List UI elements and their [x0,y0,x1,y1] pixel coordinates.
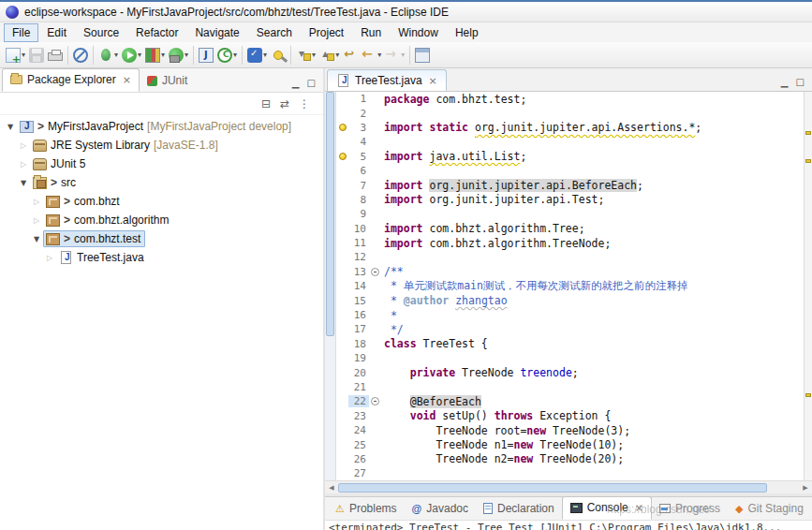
vertical-scroll-thumb[interactable] [326,92,334,336]
external-tools-button[interactable]: ▾ [167,44,190,66]
editor-vertical-scrollbar[interactable] [325,92,336,480]
scroll-left-icon[interactable]: ◀ [325,484,338,492]
collapse-all-button[interactable]: ⊟ [261,97,271,110]
expanded-arrow-icon[interactable]: ▼ [17,179,30,187]
open-task-button[interactable]: ▾ [245,44,269,66]
code-line[interactable]: 10import com.bhzt.algorithm.Tree; [336,222,804,236]
code-line[interactable]: 2 [336,106,804,120]
code-line[interactable]: 27 [336,466,804,480]
code-line[interactable]: 19 [336,351,804,365]
maximize-editor-button[interactable]: □ [796,77,805,87]
menu-file[interactable]: File [4,23,38,42]
coverage-button[interactable]: ▾ [143,44,167,66]
next-annotation-button[interactable]: ▾ [294,44,317,66]
console-content[interactable]: <terminated> TreeTest - Tree Test [JUnit… [325,521,812,530]
link-with-editor-button[interactable]: ⇄ [280,97,289,110]
tree-item-jre-system-library[interactable]: ▷JRE System Library [JavaSE-1.8] [0,136,323,155]
menu-refactor[interactable]: Refactor [127,23,186,42]
code-line[interactable]: 3import static org.junit.jupiter.api.Ass… [336,121,804,135]
code-line[interactable]: 1package com.bhzt.test; [336,92,804,106]
tree-item-treetest-java[interactable]: ▷TreeTest.java [0,248,323,267]
collapsed-arrow-icon[interactable]: ▷ [43,254,56,262]
print-button[interactable] [46,44,65,66]
code-line[interactable]: 14 * 单元测试款main测试，不用每次测试新的就把之前的注释掉 [336,279,804,293]
code-line[interactable]: 9 [336,207,804,221]
view-menu-button[interactable]: ⋮ [299,97,310,110]
code-line[interactable]: 17 */ [336,322,804,336]
new-wizard-button[interactable]: ▾ [4,44,27,66]
editor-horizontal-scrollbar[interactable]: ◀ ▶ [325,480,812,493]
tab-declaration[interactable]: Declaration [476,498,562,520]
code-line[interactable]: 15 * @author zhangtao [336,293,804,307]
collapsed-arrow-icon[interactable]: ▷ [30,216,43,225]
fold-collapse-icon[interactable] [371,268,379,276]
tab-package-explorer[interactable]: Package Explorer × [2,68,140,92]
maximize-view-button[interactable]: □ [307,78,316,88]
tab-console[interactable]: Console× [562,496,652,520]
code-line[interactable]: 12 [336,250,804,264]
code-line[interactable]: 20 private TreeNode treenode; [336,365,804,379]
code-line[interactable]: 24 TreeNode root=new TreeNode(3); [336,423,804,437]
tab-problems[interactable]: ⚠Problems [328,498,405,520]
tab-progress[interactable]: Progress [652,498,728,520]
new-java-project-button[interactable] [197,44,215,66]
last-edit-location-button[interactable] [341,44,360,66]
code-line[interactable]: 5import java.util.List; [336,150,804,164]
code-line[interactable]: 18class TreeTest { [336,337,804,351]
back-button[interactable]: ▾ [360,44,383,66]
menu-edit[interactable]: Edit [38,23,75,42]
menu-source[interactable]: Source [75,23,127,42]
close-icon[interactable]: × [123,74,131,86]
debug-button[interactable]: ▾ [96,44,120,66]
save-button[interactable] [27,44,46,66]
code-line[interactable]: 13/** [336,265,804,279]
overview-ruler[interactable] [804,92,812,480]
code-line[interactable]: 7import org.junit.jupiter.api.BeforeEach… [336,178,804,192]
code-lines[interactable]: 1package com.bhzt.test;23import static o… [336,92,804,480]
horizontal-scroll-thumb[interactable] [338,483,767,493]
menu-window[interactable]: Window [390,23,447,42]
close-icon[interactable]: × [429,75,437,87]
menu-project[interactable]: Project [301,23,352,42]
collapsed-arrow-icon[interactable]: ▷ [17,141,30,150]
tab-javadoc[interactable]: @Javadoc [405,498,476,520]
code-line[interactable]: 4 [336,135,804,149]
minimize-editor-button[interactable]: ▁ [781,77,789,87]
collapsed-arrow-icon[interactable]: ▷ [17,160,30,169]
previous-annotation-button[interactable]: ▾ [317,44,341,66]
code-line[interactable]: 21 [336,380,804,394]
menu-search[interactable]: Search [248,23,301,42]
annotation-mark[interactable] [805,393,811,397]
menu-navigate[interactable]: Navigate [186,23,247,42]
new-java-class-button[interactable]: ▾ [215,44,239,66]
forward-button[interactable]: ▾ [383,44,406,66]
code-line[interactable]: 23 void setUp() throws Exception { [336,409,804,423]
skip-all-breakpoints-button[interactable] [71,44,90,66]
menu-run[interactable]: Run [352,23,390,42]
open-perspective-button[interactable] [413,44,432,66]
tree-item-myfirstjavaproject[interactable]: ▼>MyFirstJavaProject [MyFirstJavaProject… [0,117,323,136]
scroll-right-icon[interactable]: ▶ [799,484,812,492]
annotation-mark[interactable] [805,131,811,135]
tree-item-src[interactable]: ▼>src [0,173,323,192]
horizontal-scroll-track[interactable] [338,482,799,493]
tree-item-com-bhzt-test[interactable]: ▼>com.bhzt.test [0,229,323,248]
code-line[interactable]: 26 TreeNode n2=new TreeNode(20); [336,452,804,466]
code-line[interactable]: 6 [336,164,804,178]
run-button[interactable]: ▾ [120,44,143,66]
code-line[interactable]: 8import org.junit.jupiter.api.Test; [336,193,804,207]
tab-git-staging[interactable]: ◆Git Staging [728,498,811,520]
tree-item-com-bhzt[interactable]: ▷>com.bhzt [0,192,323,211]
close-icon[interactable]: × [635,502,643,514]
expanded-arrow-icon[interactable]: ▼ [30,235,43,243]
code-line[interactable]: 22 @BeforeEach [336,394,804,408]
tab-junit[interactable]: JUnit [140,70,195,92]
minimize-view-button[interactable]: ▁ [292,78,300,88]
annotation-mark[interactable] [805,159,811,163]
menu-help[interactable]: Help [447,23,487,42]
fold-collapse-icon[interactable] [371,397,379,405]
code-line[interactable]: 11import com.bhzt.algorithm.TreeNode; [336,236,804,250]
expanded-arrow-icon[interactable]: ▼ [4,123,17,131]
tree-item-junit-5[interactable]: ▷JUnit 5 [0,155,323,173]
code-line[interactable]: 16 * [336,308,804,322]
